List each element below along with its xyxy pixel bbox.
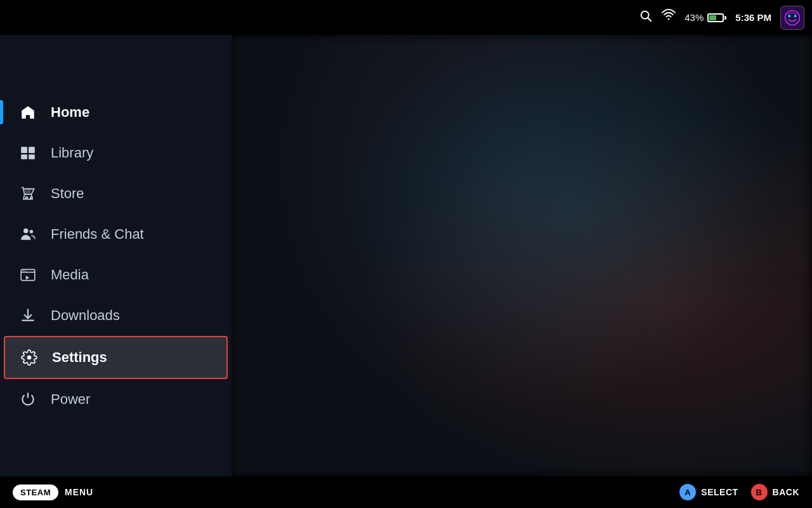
sidebar-item-home[interactable]: Home	[0, 92, 232, 133]
sidebar-item-friends[interactable]: Friends & Chat	[0, 214, 232, 255]
steam-button[interactable]: STEAM	[13, 485, 58, 500]
home-icon	[19, 104, 37, 121]
sidebar-item-media[interactable]: Media	[0, 255, 232, 295]
bottom-bar: STEAM MENU A SELECT B BACK	[0, 476, 812, 508]
svg-rect-9	[21, 154, 27, 159]
bottom-left: STEAM MENU	[13, 485, 93, 500]
store-icon	[19, 185, 37, 203]
svg-point-11	[23, 228, 29, 233]
svg-point-12	[30, 229, 33, 232]
svg-point-2	[668, 18, 670, 20]
sidebar-item-label: Downloads	[51, 307, 120, 324]
sidebar-item-label: Library	[51, 145, 93, 161]
svg-point-5	[788, 15, 790, 17]
sidebar-item-store[interactable]: Store	[0, 173, 232, 214]
svg-rect-7	[21, 147, 27, 153]
wifi-icon[interactable]	[662, 9, 676, 26]
downloads-icon	[19, 307, 37, 324]
avatar[interactable]	[780, 6, 804, 30]
friends-icon	[19, 225, 37, 243]
sidebar-item-label: Friends & Chat	[51, 226, 144, 243]
svg-point-15	[25, 270, 26, 271]
top-bar-icons: 43% 5:36 PM	[639, 6, 804, 30]
main-area: Home Library Store Friends & Chat	[0, 35, 812, 476]
battery-percent: 43%	[684, 12, 704, 23]
clock: 5:36 PM	[735, 12, 771, 23]
svg-point-16	[27, 355, 32, 359]
sidebar-item-downloads[interactable]: Downloads	[0, 295, 232, 336]
sidebar-item-label: Power	[51, 391, 90, 408]
content-area	[232, 35, 812, 476]
svg-point-6	[794, 15, 797, 17]
bottom-controls: A SELECT B BACK	[679, 484, 799, 500]
sidebar-item-label: Store	[51, 185, 84, 202]
svg-point-14	[23, 270, 24, 271]
sidebar-item-label: Media	[51, 267, 89, 283]
sidebar-item-label: Settings	[52, 349, 107, 366]
a-button[interactable]: A	[679, 484, 696, 500]
library-icon	[19, 144, 37, 162]
sidebar-item-library[interactable]: Library	[0, 133, 232, 173]
sidebar-item-power[interactable]: Power	[0, 379, 232, 420]
settings-icon	[20, 349, 38, 366]
svg-rect-10	[29, 154, 35, 159]
sidebar: Home Library Store Friends & Chat	[0, 35, 232, 476]
b-button[interactable]: B	[751, 484, 768, 500]
select-control: A SELECT	[679, 484, 738, 500]
select-label: SELECT	[701, 487, 738, 497]
power-icon	[19, 391, 37, 408]
battery-icon	[707, 13, 726, 22]
top-bar: 43% 5:36 PM	[0, 0, 812, 35]
battery-area: 43%	[684, 12, 726, 23]
svg-rect-8	[29, 147, 35, 153]
background-blur	[232, 35, 812, 476]
menu-label: MENU	[65, 487, 93, 497]
svg-line-1	[648, 18, 651, 21]
sidebar-item-settings[interactable]: Settings	[4, 336, 228, 379]
back-control: B BACK	[751, 484, 799, 500]
media-icon	[19, 266, 37, 284]
search-icon[interactable]	[639, 9, 653, 26]
back-label: BACK	[773, 487, 799, 497]
sidebar-item-label: Home	[51, 104, 89, 121]
svg-rect-3	[781, 6, 804, 29]
